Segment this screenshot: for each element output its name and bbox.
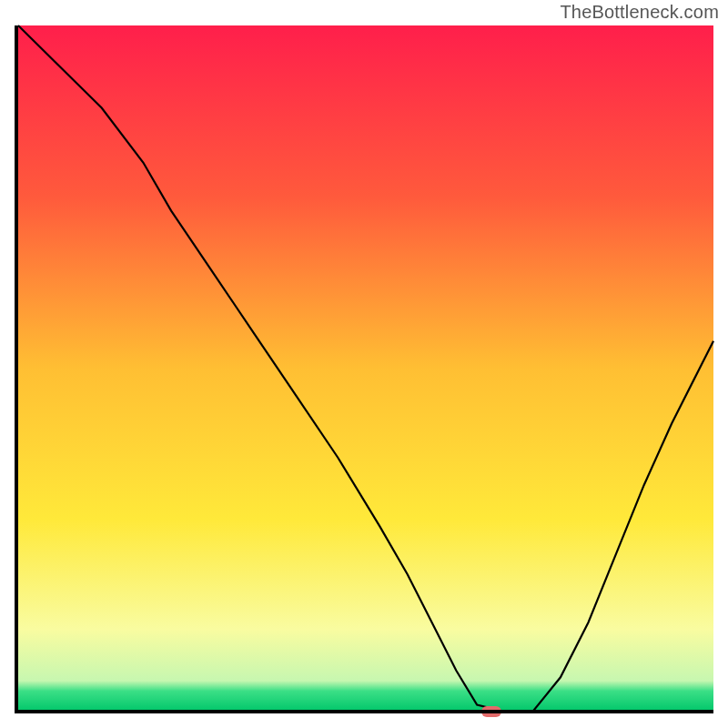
- x-axis: [15, 710, 713, 713]
- bottleneck-chart: TheBottleneck.com: [0, 0, 728, 728]
- watermark-text: TheBottleneck.com: [560, 2, 719, 23]
- gradient-background: [18, 25, 713, 712]
- y-axis: [15, 25, 18, 713]
- chart-svg: [0, 0, 728, 728]
